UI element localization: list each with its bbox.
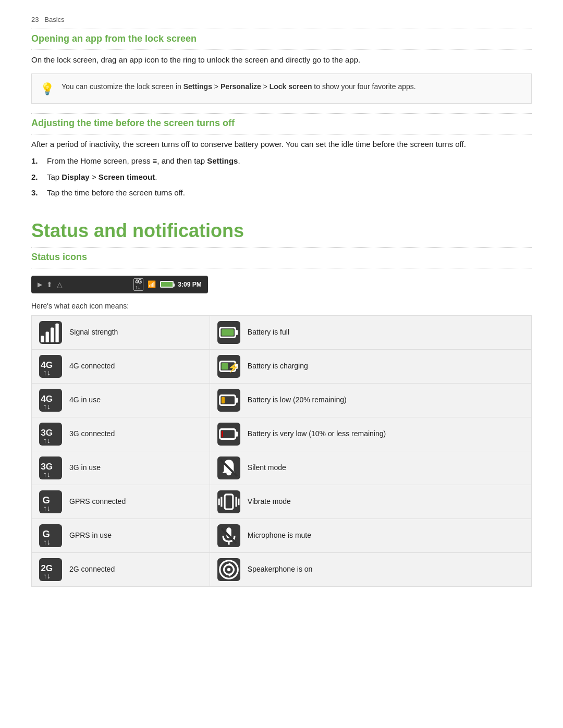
battery-full-label: Battery is full — [248, 327, 289, 338]
personalize-bold: Personalize — [221, 82, 261, 91]
step-2-text: Tap Display > Screen timeout. — [47, 171, 157, 183]
svg-rect-5 — [235, 330, 238, 335]
4g-connected-icon: 4G ↑↓ — [39, 355, 62, 378]
vibrate-mode-icon — [217, 490, 240, 513]
gprs-in-use-icon: G ↑↓ — [39, 524, 62, 547]
battery-very-low-icon — [217, 423, 240, 446]
status-bar-mockup: ▶ ⬆ △ 4G↑↓ 📶 3:09 PM — [31, 276, 532, 293]
table-cell-speakerphone: Speakerphone is on — [210, 552, 531, 586]
svg-rect-6 — [222, 329, 234, 336]
gprs-connected-label: GPRS connected — [69, 497, 126, 507]
table-row: 2G ↑↓ 2G connected — [32, 552, 532, 586]
table-row: Signal strength Battery is full — [32, 315, 532, 349]
step-2-num: 2. — [31, 171, 42, 183]
page-number: 23 Basics — [31, 16, 532, 23]
section-divider-3b — [31, 268, 532, 268]
gprs-in-use-label: GPRS in use — [69, 530, 112, 541]
table-cell-vibrate-mode: Vibrate mode — [210, 485, 531, 519]
svg-text:↑↓: ↑↓ — [43, 368, 51, 377]
silent-mode-label: Silent mode — [248, 463, 286, 473]
microphone-mute-icon — [217, 524, 240, 547]
svg-text:↑↓: ↑↓ — [43, 504, 51, 512]
svg-text:↑↓: ↑↓ — [43, 402, 51, 411]
status-time: 3:09 PM — [178, 281, 201, 288]
microphone-mute-label: Microphone is mute — [248, 530, 311, 541]
table-row: 3G ↑↓ 3G connected — [32, 417, 532, 451]
table-row: 4G ↑↓ 4G connected ⚡ — [32, 349, 532, 383]
table-row: 4G ↑↓ 4G in use B — [32, 383, 532, 417]
svg-point-42 — [227, 567, 230, 571]
section-divider-1b — [31, 50, 532, 50]
table-cell-battery-charging: ⚡ Battery is charging — [210, 349, 531, 383]
3g-in-use-label: 3G in use — [69, 463, 101, 473]
lockscreen-bold: Lock screen — [270, 82, 312, 91]
gprs-connected-icon: G ↑↓ — [39, 490, 62, 513]
2g-connected-icon: 2G ↑↓ — [39, 558, 62, 581]
battery-charging-label: Battery is charging — [248, 361, 308, 372]
4g-in-use-label: 4G in use — [69, 395, 101, 405]
table-cell-2g-connected: 2G ↑↓ 2G connected — [32, 552, 210, 586]
svg-rect-2 — [51, 327, 54, 342]
battery-icon — [160, 281, 174, 288]
lightbulb-icon: 💡 — [40, 82, 54, 96]
svg-rect-3 — [55, 323, 58, 342]
table-cell-gprs-connected: G ↑↓ GPRS connected — [32, 485, 210, 519]
step-2: 2. Tap Display > Screen timeout. — [31, 171, 532, 183]
tip-box: 💡 You can customize the lock screen in S… — [31, 73, 532, 104]
vibrate-mode-label: Vibrate mode — [248, 497, 291, 507]
svg-rect-1 — [46, 331, 49, 342]
settings-bold: Settings — [183, 82, 212, 91]
svg-text:↑↓: ↑↓ — [43, 572, 51, 580]
svg-text:↑↓: ↑↓ — [43, 538, 51, 546]
table-cell-gprs-in-use: G ↑↓ GPRS in use — [32, 519, 210, 552]
icons-table: Signal strength Battery is full — [31, 315, 532, 587]
section-divider-1 — [31, 29, 532, 29]
silent-mode-icon — [217, 456, 240, 479]
step-1: 1. From the Home screen, press ≡, and th… — [31, 155, 532, 167]
table-cell-battery-full: Battery is full — [210, 315, 531, 349]
battery-low-label: Battery is low (20% remaining) — [248, 395, 347, 405]
svg-rect-28 — [225, 494, 233, 509]
section-divider-2 — [31, 113, 532, 114]
tip-text: You can customize the lock screen in Set… — [62, 81, 416, 92]
table-row: 3G ↑↓ 3G in use — [32, 451, 532, 485]
table-cell-battery-low: Battery is low (20% remaining) — [210, 383, 531, 417]
3g-in-use-icon: 3G ↑↓ — [39, 456, 62, 479]
table-cell-4g-in-use: 4G ↑↓ 4G in use — [32, 383, 210, 417]
section-title-opening-app: Opening an app from the lock screen — [31, 33, 532, 44]
play-icon: ▶ — [38, 281, 42, 288]
signal-strength-label: Signal strength — [69, 327, 118, 338]
svg-rect-21 — [235, 431, 238, 436]
usb-icon: ⬆ — [46, 280, 53, 289]
table-cell-microphone-mute: Microphone is mute — [210, 519, 531, 552]
step-1-text: From the Home screen, press ≡, and then … — [47, 155, 240, 167]
section-subtitle-status-icons: Status icons — [31, 252, 532, 263]
adjusting-body: After a period of inactivity, the screen… — [31, 139, 532, 151]
section-divider-2b — [31, 134, 532, 134]
signal-strength-icon — [39, 321, 62, 344]
table-row: G ↑↓ GPRS in use — [32, 519, 532, 552]
battery-full-icon — [217, 321, 240, 344]
section-divider-3 — [31, 247, 532, 248]
2g-connected-label: 2G connected — [69, 564, 115, 575]
table-cell-battery-very-low: Battery is very low (10% or less remaini… — [210, 417, 531, 451]
step-1-num: 1. — [31, 155, 42, 167]
table-cell-signal-strength: Signal strength — [32, 315, 210, 349]
signal-icon: 📶 — [148, 280, 156, 288]
svg-rect-16 — [235, 398, 238, 402]
4g-icon: 4G↑↓ — [133, 278, 143, 291]
svg-text:↑↓: ↑↓ — [43, 436, 51, 445]
step-3-text: Tap the time before the screen turns off… — [47, 187, 185, 199]
battery-low-icon — [217, 389, 240, 412]
table-cell-4g-connected: 4G ↑↓ 4G connected — [32, 349, 210, 383]
section-title-status-notifications: Status and notifications — [31, 220, 532, 242]
opening-app-body: On the lock screen, drag an app icon to … — [31, 54, 532, 66]
step-3-num: 3. — [31, 187, 42, 199]
svg-rect-0 — [41, 336, 44, 342]
speakerphone-icon — [217, 558, 240, 581]
heres-what-text: Here's what each icon means: — [31, 302, 532, 310]
3g-connected-icon: 3G ↑↓ — [39, 423, 62, 446]
table-cell-silent-mode: Silent mode — [210, 451, 531, 485]
table-row: G ↑↓ GPRS connected — [32, 485, 532, 519]
steps-list: 1. From the Home screen, press ≡, and th… — [31, 155, 532, 199]
